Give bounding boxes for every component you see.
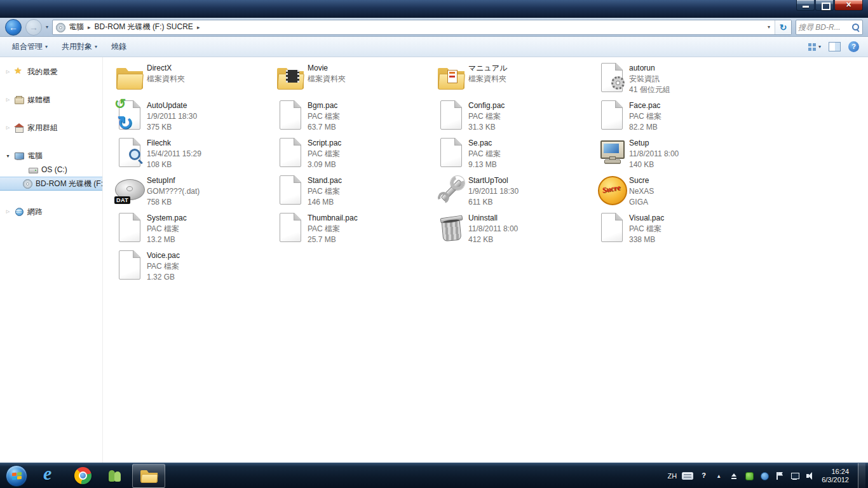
clock[interactable]: 16:24 6/3/2012 bbox=[822, 468, 849, 484]
update-icon[interactable] bbox=[759, 471, 770, 481]
action-center-flag-icon[interactable] bbox=[775, 471, 785, 481]
file-type: PAC 檔案 bbox=[308, 149, 341, 159]
sidebar-item[interactable]: ▷ 媒體櫃 bbox=[0, 93, 102, 107]
sidebar-item[interactable]: BD-ROM 光碟機 (F: bbox=[0, 177, 102, 191]
file-tile[interactable]: StartUpTool 1/9/2011 18:30 611 KB bbox=[436, 173, 597, 211]
volume-icon[interactable] bbox=[805, 471, 815, 481]
file-tile[interactable]: Config.pac PAC 檔案 31.3 KB bbox=[436, 98, 597, 136]
file-icon-overlay bbox=[114, 212, 145, 243]
file-tile[interactable]: autorun 安裝資訊 41 個位元組 bbox=[597, 61, 757, 98]
taskbar-app-start[interactable] bbox=[0, 463, 33, 488]
taskbar-app-messenger[interactable] bbox=[99, 463, 132, 488]
file-tile[interactable]: マニュアル 檔案資料夾 bbox=[436, 61, 597, 98]
language-indicator[interactable]: ZH bbox=[668, 472, 677, 480]
change-view-button[interactable]: ▾ bbox=[808, 43, 821, 51]
file-icon-overlay bbox=[436, 62, 466, 93]
file-icon-overlay bbox=[597, 100, 627, 130]
file-icon bbox=[275, 62, 306, 93]
file-info: StartUpTool 1/9/2011 18:30 611 KB bbox=[468, 175, 519, 208]
file-name: Stand.pac bbox=[308, 175, 342, 186]
back-button[interactable]: ← bbox=[5, 19, 22, 36]
file-size: 375 KB bbox=[147, 122, 197, 133]
toolbar-item[interactable]: 共用對象 ▾ bbox=[55, 38, 104, 55]
expander-icon[interactable]: ▼ bbox=[5, 154, 11, 158]
address-dropdown-chevron-icon[interactable]: ▾ bbox=[763, 24, 775, 30]
file-icon bbox=[114, 62, 145, 93]
file-tile[interactable]: System.pac PAC 檔案 13.2 MB bbox=[114, 211, 275, 248]
file-tile[interactable]: Sucre NeXAS GIGA bbox=[597, 173, 757, 211]
file-tile[interactable]: Face.pac PAC 檔案 82.2 MB bbox=[597, 98, 757, 136]
toolbar-item[interactable]: 燒錄 ▾ bbox=[104, 38, 133, 55]
file-tile[interactable]: Movie 檔案資料夾 bbox=[275, 61, 436, 98]
file-info: マニュアル 檔案資料夾 bbox=[468, 62, 507, 85]
taskbar-app-chrome[interactable] bbox=[66, 463, 99, 488]
file-name: Config.pac bbox=[468, 100, 505, 111]
file-size: 31.3 KB bbox=[468, 122, 505, 133]
taskbar-app-internet-explorer[interactable] bbox=[33, 463, 66, 488]
file-tile[interactable]: AutoUpdate 1/9/2011 18:30 375 KB bbox=[114, 98, 275, 136]
expander-icon[interactable]: ▷ bbox=[5, 97, 11, 102]
breadcrumb-item[interactable]: BD-ROM 光碟機 (F:) SUCRE bbox=[92, 22, 196, 32]
file-icon bbox=[597, 137, 627, 168]
refresh-button[interactable]: ↻ bbox=[775, 20, 791, 35]
address-field[interactable]: 電腦▸BD-ROM 光碟機 (F:) SUCRE▸ ▾ ↻ bbox=[52, 20, 792, 35]
maximize-button[interactable] bbox=[815, 0, 834, 11]
file-tile[interactable]: Uninstall 11/8/2011 8:00 412 KB bbox=[436, 211, 597, 248]
eject-media-icon[interactable] bbox=[729, 471, 739, 481]
file-name: System.pac bbox=[147, 213, 187, 224]
toolbar-item-label: 組合管理 bbox=[12, 41, 43, 52]
file-icon-overlay bbox=[114, 62, 145, 93]
file-tile[interactable]: Se.pac PAC 檔案 9.13 MB bbox=[436, 136, 597, 173]
file-tile[interactable]: DirectX 檔案資料夾 bbox=[114, 61, 275, 98]
file-type: PAC 檔案 bbox=[468, 111, 505, 122]
help-button[interactable]: ? bbox=[848, 41, 859, 52]
file-size: 9.13 MB bbox=[468, 159, 501, 170]
file-icon bbox=[275, 137, 306, 168]
file-info: System.pac PAC 檔案 13.2 MB bbox=[147, 212, 187, 245]
start-icon bbox=[6, 465, 27, 487]
keyboard-icon[interactable] bbox=[682, 472, 693, 480]
file-tile[interactable]: Voice.pac PAC 檔案 1.32 GB bbox=[114, 248, 275, 286]
file-info: Visual.pac PAC 檔案 338 MB bbox=[629, 212, 664, 245]
sidebar-item[interactable]: OS (C:) bbox=[0, 163, 102, 177]
search-input[interactable] bbox=[798, 23, 851, 32]
file-tile[interactable]: Setup 11/8/2011 8:00 140 KB bbox=[597, 136, 757, 173]
hidden-icons-arrow[interactable] bbox=[714, 471, 724, 481]
internet-explorer-icon bbox=[40, 466, 59, 485]
sidebar-item[interactable]: ▼ 電腦 bbox=[0, 149, 102, 163]
show-desktop-button[interactable] bbox=[858, 463, 865, 488]
preview-pane-button[interactable] bbox=[829, 42, 841, 51]
expander-icon[interactable]: ▷ bbox=[5, 69, 11, 74]
file-type: 11/8/2011 8:00 bbox=[629, 149, 679, 159]
expander-icon[interactable]: ▷ bbox=[5, 209, 11, 214]
sidebar-item[interactable]: ▷ 網路 bbox=[0, 205, 102, 219]
language-help-icon[interactable] bbox=[698, 471, 709, 481]
forward-button[interactable]: → bbox=[25, 19, 42, 36]
file-tile[interactable]: Thumbnail.pac PAC 檔案 25.7 MB bbox=[275, 211, 436, 248]
breadcrumb-item[interactable]: 電腦 bbox=[65, 22, 87, 32]
file-info: Script.pac PAC 檔案 3.09 MB bbox=[308, 137, 341, 170]
network-icon[interactable] bbox=[790, 471, 800, 481]
expander-icon[interactable]: ▷ bbox=[5, 125, 11, 130]
chevron-down-icon: ▾ bbox=[95, 44, 97, 50]
minimize-button[interactable] bbox=[796, 0, 815, 11]
file-tile[interactable]: Bgm.pac PAC 檔案 63.7 MB bbox=[275, 98, 436, 136]
recent-pages-chevron-icon[interactable]: ▾ bbox=[46, 24, 48, 30]
file-tile[interactable]: SetupInf GOM????(.dat) 758 KB bbox=[114, 173, 275, 211]
toolbar-item[interactable]: 組合管理 ▾ bbox=[5, 38, 55, 55]
sidebar-item[interactable]: ▷ 我的最愛 bbox=[0, 65, 102, 79]
file-tile[interactable]: Script.pac PAC 檔案 3.09 MB bbox=[275, 136, 436, 173]
sidebar-item-icon bbox=[14, 207, 24, 217]
file-tile[interactable]: Visual.pac PAC 檔案 338 MB bbox=[597, 211, 757, 248]
file-info: Voice.pac PAC 檔案 1.32 GB bbox=[147, 250, 180, 283]
file-tile[interactable]: Filechk 15/4/2011 15:29 108 KB bbox=[114, 136, 275, 173]
sidebar-item[interactable]: ▷ 家用群組 bbox=[0, 121, 102, 135]
search-box[interactable] bbox=[796, 20, 863, 35]
file-tile[interactable]: Stand.pac PAC 檔案 146 MB bbox=[275, 173, 436, 211]
close-button[interactable] bbox=[834, 0, 863, 11]
file-icon-overlay bbox=[597, 175, 627, 205]
breadcrumb-separator-icon[interactable]: ▸ bbox=[196, 24, 201, 30]
taskbar-app-windows-explorer[interactable] bbox=[132, 464, 165, 488]
sidebar-item-label: OS (C:) bbox=[41, 165, 67, 174]
security-icon[interactable] bbox=[744, 471, 754, 481]
